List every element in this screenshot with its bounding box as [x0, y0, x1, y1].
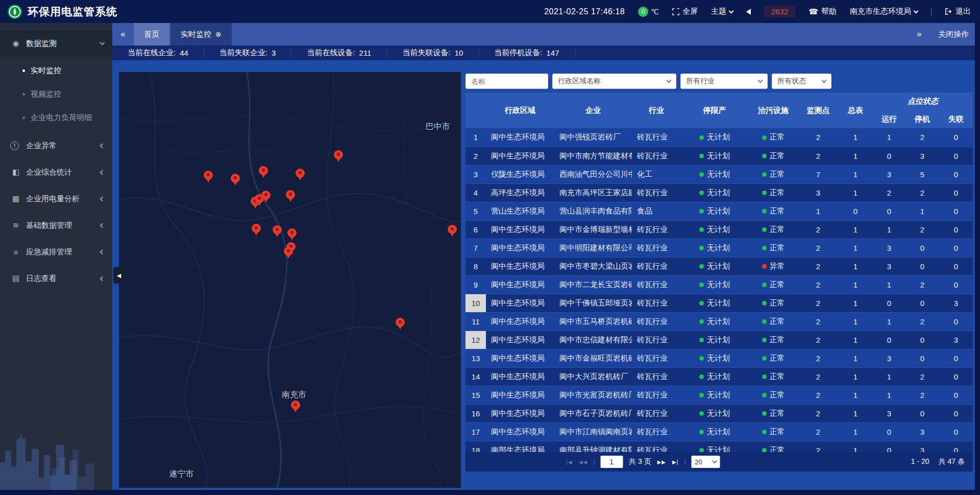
table-row[interactable]: 7阆中生态环境局阆中明阳建材有限公司砖瓦行业无计划正常21300 [465, 239, 973, 257]
page-number-input[interactable] [600, 456, 623, 468]
cell-run: 0 [873, 294, 905, 312]
sidebar-item-base-data-management[interactable]: ≋基础数据管理 [0, 212, 112, 239]
range-label: 1 - 20 [911, 457, 929, 466]
header-right: 2021-02-25 17:46:18 0 ℃ 全屏 主题 2632 ☎ 帮助 … [544, 6, 971, 17]
logout-button[interactable]: 退出 [945, 7, 971, 16]
help-button[interactable]: ☎ 帮助 [808, 7, 837, 16]
page-size-select[interactable]: 20 [691, 456, 720, 468]
map-pin[interactable] [396, 318, 405, 330]
alert-count-badge[interactable]: 2632 [764, 6, 795, 17]
temperature-display: 0 ℃ [638, 7, 659, 17]
map-pin[interactable] [261, 191, 271, 203]
pagination-info: 1 - 20 共 47 条 [911, 457, 965, 466]
chevron-left-icon [100, 276, 105, 281]
map-pin[interactable] [273, 225, 282, 238]
bullet-icon [22, 93, 25, 96]
pagination-controls: |◀ ◀◀ 共 3 页 ▶▶ ▶| 20 [566, 456, 720, 468]
sidebar-item-video-monitor[interactable]: 视频监控 [0, 82, 112, 106]
status-dot [762, 172, 767, 177]
sidebar-item-power-load-detail[interactable]: 企业电力负荷明细 [0, 106, 112, 129]
table-row[interactable]: 2阆中生态环境局阆中市南方节能建材有砖瓦行业无计划正常21030 [465, 147, 973, 165]
fullscreen-button[interactable]: 全屏 [672, 7, 698, 16]
sidebar-item-realtime-monitor[interactable]: 实时监控 [0, 59, 112, 82]
map-pin[interactable] [286, 190, 295, 202]
table-row[interactable]: 13阆中生态环境局阆中市金福旺页岩机砖砖瓦行业无计划正常21300 [465, 349, 973, 367]
tab-home[interactable]: 首页 [134, 23, 169, 45]
table-row[interactable]: 9阆中生态环境局阆中市二龙长宝页岩砖砖瓦行业无计划正常21120 [465, 275, 973, 294]
first-page-button[interactable]: |◀ [566, 459, 572, 465]
table-row[interactable]: 15阆中生态环境局阆中市光富页岩机砖厂砖瓦行业无计划正常21120 [465, 386, 973, 404]
industry-filter-select[interactable]: 所有行业 [680, 74, 768, 89]
alert-prev-button[interactable] [746, 9, 751, 15]
cell-points: 1 [798, 202, 838, 220]
map-pin[interactable] [448, 225, 457, 237]
map-pin[interactable] [334, 150, 343, 162]
prev-page-button[interactable]: ◀◀ [579, 459, 587, 465]
sidebar-collapse-button[interactable]: ◀ [113, 267, 125, 284]
tabs-scroll-left-button[interactable]: « [112, 29, 134, 39]
sidebar-item-label: 日志查看 [26, 274, 101, 284]
sidebar-item-label: 企业异常 [26, 141, 101, 151]
map-pin[interactable] [296, 169, 305, 181]
tab-realtime-monitor[interactable]: 实时监控 ⊗ [170, 23, 232, 45]
org-dropdown[interactable]: 南充市生态环境局 [850, 7, 918, 16]
header-divider [931, 8, 932, 16]
col-industry: 行业 [632, 92, 681, 128]
cell-lost: 0 [939, 165, 973, 183]
row-index: 7 [465, 239, 486, 257]
sidebar-item-log-view[interactable]: ▤日志查看 [0, 265, 112, 292]
vertical-scrollbar[interactable] [975, 23, 980, 495]
cell-industry: 砖瓦行业 [632, 294, 681, 312]
table-row[interactable]: 3仪陇生态环境局西南油气田分公司川中化工无计划正常71350 [465, 165, 973, 183]
theme-dropdown[interactable]: 主题 [711, 7, 733, 16]
name-filter-input[interactable] [465, 74, 548, 89]
cell-region: 阆中生态环境局 [486, 331, 554, 349]
table-row[interactable]: 1阆中生态环境局阆中强锐页岩砖厂砖瓦行业无计划正常21120 [465, 128, 973, 147]
map-pin[interactable] [204, 171, 213, 183]
sidebar-item-data-monitoring[interactable]: ◉数据监测 [0, 30, 112, 57]
table-row[interactable]: 18南部生态环境局南部县升钟湖建材有限砖瓦行业无计划正常21030 [465, 441, 973, 452]
table-body: 1阆中生态环境局阆中强锐页岩砖厂砖瓦行业无计划正常211202阆中生态环境局阆中… [465, 128, 973, 452]
cell-facility-status: 正常 [748, 422, 798, 441]
close-operations-button[interactable]: 关闭操作 [938, 30, 969, 39]
sidebar-item-enterprise-abnormal[interactable]: !企业异常 [0, 132, 112, 159]
stat-label: 当前停机设备: [494, 48, 542, 58]
cell-stop: 5 [905, 165, 939, 183]
horizontal-scrollbar[interactable] [0, 490, 980, 495]
table-row[interactable]: 6阆中生态环境局阆中市金博瑞新型墙材砖瓦行业无计划正常21120 [465, 220, 973, 239]
status-filter-select[interactable]: 所有状态 [772, 74, 831, 89]
sidebar-item-power-usage-analysis[interactable]: ▦企业用电量分析 [0, 185, 112, 212]
table-row[interactable]: 8阆中生态环境局阆中市枣碧大梁山页岩砖瓦行业无计划异常21300 [465, 257, 973, 275]
status-dot [762, 393, 767, 397]
sidebar-item-enterprise-statistics[interactable]: ◧企业综合统计 [0, 159, 112, 185]
table-row[interactable]: 5营山生态环境局营山县润丰肉食品有限食品无计划正常10010 [465, 202, 973, 220]
table-row[interactable]: 10阆中生态环境局阆中千佛镇五郎垭页岩砖瓦行业无计划正常21003 [465, 294, 973, 312]
table-row[interactable]: 16阆中生态环境局阆中市石子页岩机砖厂砖瓦行业无计划正常21300 [465, 404, 973, 422]
region-filter-select[interactable]: 行政区域名称 [552, 74, 676, 89]
map-pin[interactable] [287, 228, 297, 241]
table-row[interactable]: 14阆中生态环境局阆中大兴页岩机砖厂砖瓦行业无计划正常21120 [465, 367, 973, 386]
enterprise-table-wrap: 行政区域 企业 行业 停限产 治污设施 监测点 总表 点位状态 运行 停机 失联… [465, 92, 973, 452]
map-pin[interactable] [291, 400, 300, 413]
cell-meters: 1 [838, 386, 873, 404]
cell-facility-status: 正常 [748, 220, 798, 239]
cell-meters: 1 [838, 349, 873, 367]
tab-close-icon[interactable]: ⊗ [215, 30, 222, 38]
table-row[interactable]: 17阆中生态环境局阆中市江南镇阆南页岩砖瓦行业无计划正常21030 [465, 422, 973, 441]
last-page-button[interactable]: ▶| [672, 459, 678, 465]
table-row[interactable]: 11阆中生态环境局阆中市五马桥页岩机砖砖瓦行业无计划正常21120 [465, 312, 973, 331]
cell-plan-status: 无计划 [681, 257, 748, 275]
table-row[interactable]: 12阆中生态环境局阆中市忠信建材有限公砖瓦行业无计划正常21003 [465, 331, 973, 349]
map-pin[interactable] [284, 247, 293, 259]
tabs-scroll-right-button[interactable]: » [909, 29, 930, 39]
map-pin[interactable] [231, 174, 240, 186]
map-pin[interactable] [259, 166, 268, 178]
next-page-button[interactable]: ▶▶ [657, 459, 666, 465]
cell-region: 阆中生态环境局 [486, 386, 554, 404]
status-dot [699, 282, 704, 287]
sidebar-item-emergency-reduction[interactable]: ≡应急减排管理 [0, 239, 112, 265]
stat-label: 当前失联企业: [219, 48, 267, 58]
map-pin[interactable] [252, 224, 261, 236]
map-panel[interactable]: 巴中市南充市遂宁市 [119, 72, 461, 488]
table-row[interactable]: 4高坪生态环境局南充市高坪区王家店建砖瓦行业无计划正常31220 [465, 183, 973, 202]
